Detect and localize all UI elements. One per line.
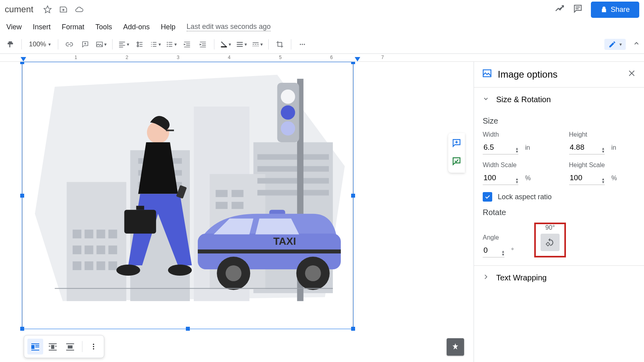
svg-point-72 (93, 348, 94, 349)
move-icon[interactable] (59, 5, 68, 14)
numbered-list-icon[interactable] (148, 37, 162, 51)
document-title[interactable]: cument (5, 4, 33, 15)
rotate-90-button[interactable] (541, 234, 560, 251)
activity-icon[interactable] (554, 4, 565, 15)
angle-stepper[interactable]: ▲▼ (501, 250, 505, 256)
svg-rect-63 (51, 345, 54, 349)
width-label: Width (483, 131, 549, 138)
section-size-rotation[interactable]: Size & Rotation (474, 88, 644, 112)
svg-point-5 (300, 44, 301, 45)
svg-rect-60 (35, 347, 39, 347)
ruler-num: 6 (330, 55, 333, 60)
svg-rect-67 (66, 343, 74, 344)
svg-point-1 (167, 42, 168, 43)
ruler-num: 3 (177, 55, 180, 60)
crop-icon[interactable] (273, 37, 287, 51)
width-stepper[interactable]: ▲▼ (515, 147, 519, 153)
add-comment-icon[interactable] (78, 37, 92, 51)
width-scale-input[interactable] (483, 171, 518, 185)
height-unit: in (611, 144, 616, 151)
resize-handle[interactable] (351, 194, 355, 198)
svg-rect-0 (97, 42, 103, 47)
resize-handle[interactable] (186, 327, 190, 331)
resize-handle[interactable] (20, 62, 24, 64)
section-label: Size & Rotation (496, 95, 551, 104)
more-options-icon[interactable] (86, 339, 101, 354)
indent-icon[interactable] (196, 37, 210, 51)
separator (214, 39, 214, 50)
paint-format-icon[interactable] (3, 37, 17, 51)
lock-aspect-checkbox[interactable] (483, 192, 492, 202)
width-input[interactable] (483, 141, 518, 154)
collapse-icon[interactable] (632, 39, 641, 50)
explore-button[interactable] (447, 338, 464, 356)
width-scale-stepper[interactable]: ▲▼ (515, 177, 519, 184)
separator (112, 39, 113, 50)
wrap-text-icon[interactable] (45, 339, 61, 354)
svg-rect-4 (221, 46, 227, 48)
height-stepper[interactable]: ▲▼ (602, 147, 605, 153)
star-icon[interactable] (43, 5, 52, 14)
menu-tools[interactable]: Tools (96, 23, 112, 31)
menu-format[interactable]: Format (62, 23, 84, 31)
height-scale-label: Height Scale (569, 162, 636, 169)
width-scale-label: Width Scale (483, 162, 549, 169)
align-icon[interactable] (117, 37, 131, 51)
add-comment-icon[interactable] (451, 138, 462, 150)
chevron-down-icon (482, 95, 490, 105)
close-icon[interactable] (627, 69, 636, 80)
separator (21, 39, 22, 50)
image-options-panel: Image options Size & Rotation Size Width (474, 62, 644, 362)
wrap-inline-icon[interactable] (27, 339, 43, 354)
svg-rect-68 (68, 345, 73, 349)
svg-rect-59 (35, 345, 39, 346)
rotate-heading: Rotate (483, 208, 635, 217)
resize-handle[interactable] (351, 327, 355, 331)
document-canvas[interactable]: TAXI (0, 62, 474, 362)
chevron-right-icon (482, 273, 490, 283)
height-scale-stepper[interactable]: ▲▼ (602, 177, 605, 184)
svg-rect-66 (49, 350, 57, 351)
resize-handle[interactable] (20, 327, 24, 331)
comments-icon[interactable] (573, 4, 583, 15)
svg-rect-69 (66, 350, 74, 351)
image-icon[interactable] (94, 37, 108, 51)
zoom-select[interactable]: 100% (26, 40, 54, 48)
editing-mode[interactable] (604, 39, 626, 50)
titlebar: cument Share (0, 0, 644, 19)
text-color-icon[interactable] (218, 37, 233, 51)
menu-view[interactable]: View (6, 23, 22, 31)
svg-rect-65 (55, 346, 57, 347)
height-label: Height (569, 131, 636, 138)
height-scale-input[interactable] (569, 171, 605, 185)
link-icon[interactable] (62, 37, 76, 51)
resize-handle[interactable] (20, 194, 24, 198)
share-button[interactable]: Share (591, 2, 639, 18)
resize-handle[interactable] (351, 62, 355, 64)
wrap-break-icon[interactable] (62, 339, 78, 354)
line-spacing-icon[interactable] (132, 37, 147, 51)
svg-rect-58 (31, 345, 34, 349)
svg-point-2 (167, 44, 168, 45)
image-selection-box (22, 62, 354, 329)
menu-insert[interactable]: Insert (33, 23, 51, 31)
cloud-icon[interactable] (75, 5, 84, 14)
bulleted-list-icon[interactable] (164, 37, 178, 51)
height-input[interactable] (569, 141, 605, 154)
image-icon (482, 68, 492, 81)
more-icon[interactable] (295, 37, 310, 51)
menu-addons[interactable]: Add-ons (123, 23, 150, 31)
svg-point-71 (93, 346, 94, 347)
menu-help[interactable]: Help (161, 23, 176, 31)
separator (82, 341, 82, 352)
border-weight-icon[interactable] (234, 37, 248, 51)
last-edit-link[interactable]: Last edit was seconds ago (187, 23, 271, 31)
svg-point-70 (93, 344, 94, 345)
floating-tools (448, 133, 465, 173)
share-label: Share (611, 6, 630, 14)
angle-label: Angle (483, 234, 526, 241)
border-dash-icon[interactable] (250, 37, 264, 51)
outdent-icon[interactable] (180, 37, 194, 51)
suggest-edit-icon[interactable] (451, 156, 462, 168)
section-text-wrapping[interactable]: Text Wrapping (474, 266, 644, 290)
